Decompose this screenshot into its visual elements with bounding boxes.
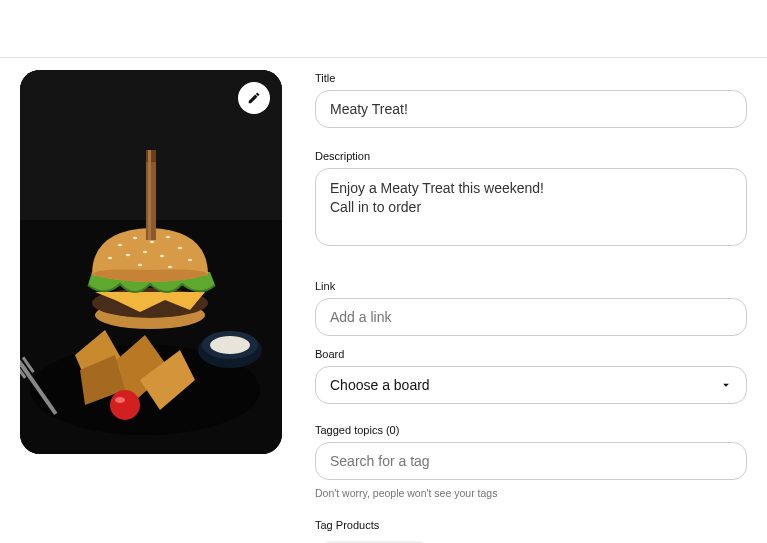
svg-point-16 xyxy=(150,241,154,244)
tag-search-input[interactable] xyxy=(315,442,747,480)
tag-products-label: Tag Products xyxy=(315,519,747,531)
svg-point-17 xyxy=(166,236,170,239)
svg-point-21 xyxy=(143,251,147,254)
tagged-topics-label: Tagged topics (0) xyxy=(315,424,747,436)
svg-point-23 xyxy=(188,259,192,262)
title-label: Title xyxy=(315,72,747,84)
svg-point-19 xyxy=(108,257,112,260)
description-label: Description xyxy=(315,150,747,162)
svg-point-18 xyxy=(178,247,182,250)
form-column: Title Description Link Board Choose a bo… xyxy=(315,70,767,543)
preview-column xyxy=(20,70,285,543)
pencil-icon xyxy=(247,91,261,105)
board-select[interactable]: Choose a board xyxy=(315,366,747,404)
pin-image-preview[interactable] xyxy=(20,70,282,454)
pin-editor: Title Description Link Board Choose a bo… xyxy=(0,58,767,543)
pin-image xyxy=(20,70,282,454)
svg-point-14 xyxy=(118,244,122,247)
title-input[interactable] xyxy=(315,90,747,128)
board-label: Board xyxy=(315,348,747,360)
svg-point-22 xyxy=(160,255,164,258)
link-label: Link xyxy=(315,280,747,292)
svg-point-3 xyxy=(110,390,140,420)
svg-point-25 xyxy=(168,266,172,269)
description-input[interactable] xyxy=(315,168,747,246)
top-bar xyxy=(0,0,767,58)
tag-helper-text: Don't worry, people won't see your tags xyxy=(315,487,747,499)
link-input[interactable] xyxy=(315,298,747,336)
svg-rect-28 xyxy=(148,150,151,240)
svg-point-7 xyxy=(210,336,250,354)
edit-image-button[interactable] xyxy=(238,82,270,114)
svg-point-4 xyxy=(115,397,125,403)
svg-point-20 xyxy=(126,254,130,257)
svg-point-15 xyxy=(133,237,137,240)
svg-point-24 xyxy=(138,264,142,267)
